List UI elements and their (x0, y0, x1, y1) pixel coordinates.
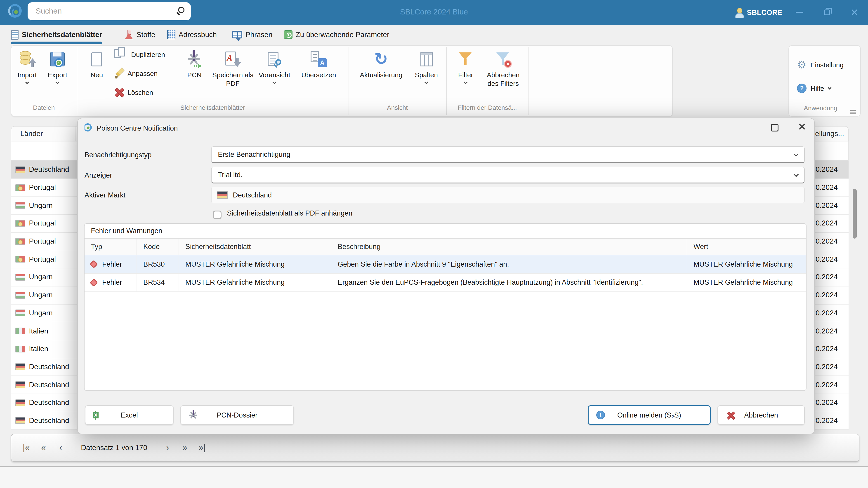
country-cell: Italien (11, 322, 75, 339)
col-header-kode[interactable]: Kode (137, 238, 179, 255)
help-button[interactable]: ? Hilfe (797, 83, 831, 94)
import-button[interactable]: Import (11, 48, 43, 84)
country-cell: Portugal (11, 179, 75, 196)
pcn-dossier-button[interactable]: PCN-Dossier (180, 405, 294, 425)
cancel-filter-button[interactable]: ✕ Abbrechen des Filters (480, 48, 526, 88)
preview-button[interactable]: Voransicht (255, 48, 294, 84)
first-page-button[interactable] (18, 443, 35, 453)
scrollbar-thumb[interactable] (852, 189, 857, 238)
search-icon[interactable] (178, 7, 184, 13)
export-button[interactable]: Export (41, 48, 73, 84)
save-as-pdf-button[interactable]: A Speichern als PDF (211, 48, 254, 88)
de-flag-icon (217, 191, 228, 199)
report-online-button[interactable]: i Online melden (S₂S) (588, 405, 711, 425)
country-cell: Portugal (11, 251, 75, 268)
chevron-down-icon (56, 80, 59, 84)
attach-pdf-checkbox[interactable] (213, 210, 221, 219)
tab-phrasen[interactable]: Phrasen (232, 25, 272, 44)
notifier-dropdown[interactable]: Trial ltd. (211, 167, 805, 184)
country-name: Italien (29, 327, 48, 335)
poison-centre-notification-dialog: Poison Centre Notification × Benachricht… (77, 118, 815, 434)
notification-type-dropdown[interactable]: Erste Benachrichtigung (211, 147, 805, 163)
group-label-filtern: Filtern der Datensä... (446, 104, 528, 112)
fast-previous-button[interactable] (35, 443, 52, 453)
error-row[interactable]: FehlerBR534MUSTER Gefährliche MischungEr… (85, 273, 806, 292)
dialog-launcher-icon[interactable] (850, 110, 856, 111)
country-cell: Deutschland (11, 394, 75, 412)
chevron-down-icon (794, 151, 799, 157)
date-cell: 0.2024 (809, 304, 848, 322)
filter-button[interactable]: Filter (452, 48, 479, 84)
col-header-beschreibung[interactable]: Beschreibung (331, 238, 687, 255)
typ-text: Fehler (102, 279, 122, 287)
country-name: Portugal (29, 255, 56, 263)
beschreibung-cell: Geben Sie die Farbe in Abschnitt 9 "Eige… (331, 255, 687, 273)
errors-warnings-panel: Fehler und Warnungen Typ Kode Sicherheit… (84, 223, 807, 391)
close-window-button[interactable]: × (846, 5, 863, 19)
tab-adressbuch[interactable]: Adressbuch (167, 25, 217, 44)
dialog-title: Poison Centre Notification (97, 124, 178, 132)
next-page-button[interactable] (159, 443, 176, 453)
question-icon: ? (797, 84, 807, 93)
gear-icon: ⚙ (797, 59, 806, 70)
tab-sicherheitsdatenblätter[interactable]: Sicherheitsdatenblätter (11, 25, 102, 44)
minimize-button[interactable] (791, 5, 807, 19)
active-market-field[interactable]: Deutschland (211, 187, 805, 203)
cancel-button[interactable]: Abbrechen (717, 405, 805, 425)
sdb-cell: MUSTER Gefährliche Mischung (179, 255, 331, 273)
pdf-save-icon: A (225, 52, 241, 67)
pcn-dossier-icon (188, 410, 198, 420)
group-label-dateien: Dateien (11, 104, 77, 112)
tab-zu-überwachende-parameter[interactable]: Zu überwachende Parameter (284, 25, 389, 44)
chevron-down-icon (464, 80, 468, 84)
previous-page-button[interactable] (52, 443, 69, 453)
date-cell: 0.2024 (809, 215, 848, 232)
settings-button[interactable]: ⚙ Einstellung (797, 59, 844, 70)
sblcore-logo-icon (8, 4, 22, 18)
pt-flag-icon (16, 184, 25, 191)
edit-button[interactable]: Anpassen (114, 68, 158, 78)
status-bar (0, 467, 868, 488)
error-diamond-icon (90, 278, 98, 287)
pencil-icon (114, 68, 124, 78)
last-page-button[interactable] (193, 443, 211, 453)
search-input[interactable] (36, 2, 171, 20)
tab-stoffe[interactable]: Stoffe (124, 25, 155, 44)
errors-tbody: FehlerBR530MUSTER Gefährliche MischungGe… (85, 255, 806, 292)
titlebar: SBLCore 2024 Blue SBLCORE × (0, 0, 868, 25)
refresh-icon: ↻ (374, 51, 388, 67)
user-avatar-icon[interactable] (735, 8, 744, 17)
col-header-wert[interactable]: Wert (687, 238, 807, 255)
ribbon-separator (528, 47, 529, 115)
dialog-close-button[interactable]: × (796, 119, 808, 134)
new-button[interactable]: Neu (81, 48, 113, 79)
it-flag-icon (16, 346, 25, 352)
chevron-down-icon (273, 80, 276, 84)
restore-button[interactable] (819, 5, 835, 19)
application-panel: ⚙ Einstellung ? Hilfe Anwendung (788, 45, 861, 117)
col-header-sdb[interactable]: Sicherheitsdatenblatt (179, 238, 331, 255)
fast-next-button[interactable] (176, 443, 193, 453)
flask-icon (124, 30, 133, 39)
delete-button[interactable]: Löschen (114, 87, 153, 98)
country-cell: Deutschland (11, 358, 75, 376)
columns-button[interactable]: Spalten (410, 48, 442, 84)
country-column-header[interactable]: Länder (11, 127, 75, 141)
dialog-maximize-button[interactable] (771, 124, 778, 131)
excel-icon (93, 410, 102, 420)
tab-label: Adressbuch (179, 31, 217, 39)
refresh-button[interactable]: ↻ Aktualisierung (356, 48, 406, 79)
excel-button[interactable]: Excel (85, 405, 174, 425)
info-icon: i (596, 411, 605, 419)
translate-button[interactable]: A Übersetzen (297, 48, 340, 79)
it-flag-icon (16, 328, 25, 334)
col-header-typ[interactable]: Typ (85, 238, 137, 255)
group-label-ansicht: Ansicht (348, 104, 446, 112)
pt-flag-icon (16, 220, 25, 227)
chevron-down-icon (425, 80, 428, 84)
error-row[interactable]: FehlerBR530MUSTER Gefährliche MischungGe… (85, 255, 806, 273)
duplicate-button[interactable]: Duplizieren (114, 49, 165, 60)
account-label[interactable]: SBLCORE (747, 8, 782, 17)
pcn-button[interactable]: PCN (179, 48, 210, 79)
vertical-scrollbar[interactable] (852, 126, 858, 430)
